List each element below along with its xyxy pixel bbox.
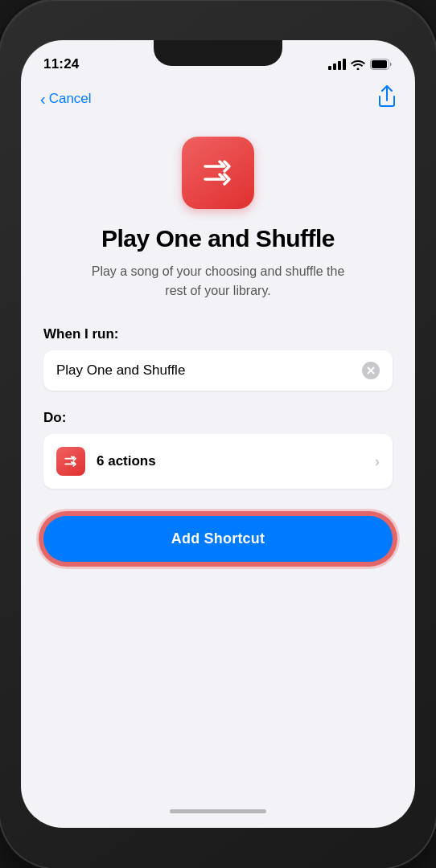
do-shuffle-icon xyxy=(56,447,85,476)
shortcut-icon xyxy=(182,137,254,209)
when-i-run-label: When I run: xyxy=(43,326,393,342)
shortcut-description: Play a song of your choosing and shuffle… xyxy=(89,262,347,301)
back-chevron-icon: ‹ xyxy=(40,91,46,107)
when-i-run-section: When I run: Play One and Shuffle xyxy=(43,326,393,391)
actions-card-left: 6 actions xyxy=(56,447,156,476)
shortcut-title: Play One and Shuffle xyxy=(101,225,335,252)
navigation-bar: ‹ Cancel xyxy=(21,82,415,121)
clear-input-button[interactable] xyxy=(362,362,380,379)
add-shortcut-button[interactable]: Add Shortcut xyxy=(43,516,393,562)
status-time: 11:24 xyxy=(43,56,79,72)
shuffle-svg-icon xyxy=(197,152,239,194)
phone-screen: 11:24 xyxy=(21,40,415,828)
add-shortcut-wrapper: Add Shortcut xyxy=(43,516,393,570)
shortcut-name-input-row[interactable]: Play One and Shuffle xyxy=(43,350,393,391)
home-bar xyxy=(170,809,266,813)
wifi-icon xyxy=(351,59,365,70)
actions-count-label: 6 actions xyxy=(97,453,156,469)
do-label: Do: xyxy=(43,410,393,426)
do-section: Do: 6 actions › xyxy=(43,410,393,489)
phone-frame: 11:24 xyxy=(0,0,436,868)
cancel-button[interactable]: ‹ Cancel xyxy=(40,91,92,107)
content-area: Play One and Shuffle Play a song of your… xyxy=(21,121,415,800)
svg-rect-1 xyxy=(372,60,387,68)
chevron-right-icon: › xyxy=(375,453,380,470)
notch xyxy=(154,40,282,66)
share-button[interactable] xyxy=(378,85,396,113)
actions-card[interactable]: 6 actions › xyxy=(43,434,393,489)
cancel-label: Cancel xyxy=(49,91,92,107)
signal-icon xyxy=(328,59,346,70)
shortcut-name-value: Play One and Shuffle xyxy=(56,362,185,379)
status-icons xyxy=(328,59,393,70)
home-indicator xyxy=(21,800,415,828)
battery-icon xyxy=(370,59,393,70)
